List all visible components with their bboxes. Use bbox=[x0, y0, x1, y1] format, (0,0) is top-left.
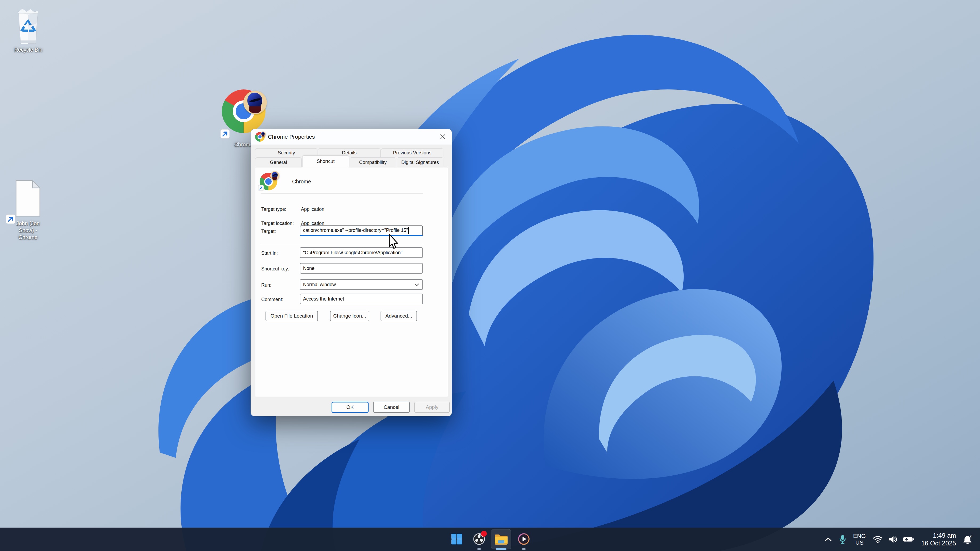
run-select-value: Normal window bbox=[303, 282, 336, 287]
hidden-icons-button[interactable] bbox=[824, 537, 832, 541]
run-label: Run: bbox=[261, 283, 271, 288]
tab-previous-versions[interactable]: Previous Versions bbox=[381, 148, 444, 157]
comment-label: Comment: bbox=[261, 297, 283, 302]
target-type-label: Target type: bbox=[261, 206, 286, 212]
notification-bell-dnd-icon: z z bbox=[963, 534, 973, 545]
taskbar: ENG US 1:49 am 16 Oct 2025 bbox=[0, 527, 980, 551]
separator bbox=[261, 244, 423, 245]
clock[interactable]: 1:49 am 16 Oct 2025 bbox=[921, 532, 956, 547]
volume-icon bbox=[888, 535, 898, 543]
shortcut-key-input[interactable] bbox=[300, 263, 423, 274]
tab-digital-signatures[interactable]: Digital Signatures bbox=[397, 157, 444, 167]
shortcut-arrow-icon bbox=[220, 129, 230, 139]
start-in-label: Start in: bbox=[261, 251, 278, 256]
target-location-label: Target location: bbox=[261, 221, 294, 226]
chrome-shortcut-label: Chrome bbox=[234, 141, 253, 148]
target-input-text: cation\chrome.exe" --profile-directory="… bbox=[303, 227, 408, 233]
windows-start-icon bbox=[450, 533, 463, 545]
desktop-wallpaper bbox=[0, 0, 980, 551]
dialog-title: Chrome Properties bbox=[268, 133, 315, 140]
comment-input[interactable] bbox=[300, 294, 423, 304]
text-caret bbox=[408, 227, 409, 234]
language-line2: US bbox=[853, 539, 866, 546]
target-type-value: Application bbox=[301, 206, 325, 212]
app-avatar-badge bbox=[270, 171, 279, 180]
close-icon bbox=[440, 134, 445, 140]
file-explorer-button[interactable] bbox=[491, 529, 511, 549]
clock-time: 1:49 am bbox=[921, 532, 956, 539]
desktop-icon-recycle-bin[interactable]: Recycle Bin bbox=[10, 8, 47, 53]
shortcut-tab-panel: Chrome Target type: Application Target l… bbox=[255, 167, 448, 397]
obs-running-indicator bbox=[477, 548, 481, 550]
mouse-cursor bbox=[387, 233, 398, 250]
language-line1: ENG bbox=[853, 533, 866, 539]
wifi-icon bbox=[873, 535, 883, 543]
recycle-bin-icon bbox=[14, 8, 42, 46]
file-explorer-active-indicator bbox=[496, 548, 506, 550]
recording-indicator-dot bbox=[481, 531, 487, 537]
notification-bell-button[interactable]: z z bbox=[963, 534, 973, 545]
svg-text:z: z bbox=[971, 534, 972, 537]
apply-button[interactable]: Apply bbox=[414, 402, 450, 413]
tab-general[interactable]: General bbox=[255, 157, 302, 167]
dialog-avatar-badge bbox=[261, 132, 266, 137]
target-input[interactable]: cation\chrome.exe" --profile-directory="… bbox=[300, 225, 423, 236]
target-label: Target: bbox=[261, 229, 276, 234]
helmet-avatar-icon bbox=[247, 93, 262, 108]
system-tray: ENG US 1:49 am 16 Oct 2025 bbox=[824, 527, 973, 551]
media-player-button[interactable] bbox=[518, 533, 530, 545]
app-name: Chrome bbox=[292, 179, 311, 185]
quick-settings-button[interactable] bbox=[873, 535, 914, 543]
media-player-running-indicator bbox=[522, 548, 526, 550]
shortcut-arrow-icon bbox=[6, 214, 16, 224]
profile-avatar-badge bbox=[243, 91, 267, 114]
advanced-button[interactable]: Advanced... bbox=[380, 311, 417, 321]
change-icon-button[interactable]: Change Icon... bbox=[330, 311, 369, 321]
separator bbox=[261, 193, 423, 194]
document-icon bbox=[13, 179, 43, 218]
tab-compatibility[interactable]: Compatibility bbox=[350, 157, 396, 167]
close-button[interactable] bbox=[437, 132, 449, 142]
microphone-icon bbox=[839, 534, 846, 545]
language-switcher[interactable]: ENG US bbox=[853, 533, 866, 546]
shortcut-arrow-icon bbox=[258, 185, 264, 191]
run-select[interactable]: Normal window bbox=[300, 279, 423, 290]
battery-charging-icon bbox=[903, 536, 914, 543]
shortcut-key-label: Shortcut key: bbox=[261, 266, 289, 272]
media-player-icon bbox=[518, 533, 530, 545]
tab-shortcut[interactable]: Shortcut bbox=[302, 156, 349, 167]
recycle-bin-label: Recycle Bin bbox=[14, 46, 42, 53]
cancel-button[interactable]: Cancel bbox=[373, 402, 410, 413]
chevron-up-icon bbox=[824, 537, 832, 541]
start-in-input[interactable] bbox=[300, 247, 423, 258]
microphone-in-use-button[interactable] bbox=[839, 534, 846, 545]
clock-date: 16 Oct 2025 bbox=[921, 539, 956, 547]
dialog-titlebar: Chrome Properties bbox=[251, 129, 452, 144]
open-file-location-button[interactable]: Open File Location bbox=[266, 311, 318, 321]
chevron-down-icon bbox=[414, 283, 419, 286]
file-explorer-icon bbox=[494, 534, 508, 545]
john-shortcut-label-line2: Chrome bbox=[8, 234, 48, 241]
desktop-icon-john-chrome[interactable]: John (Jon Snow) - Chrome bbox=[8, 179, 48, 241]
ok-button[interactable]: OK bbox=[332, 402, 369, 413]
dialog-chrome-icon bbox=[255, 132, 265, 141]
chrome-properties-dialog: Chrome Properties Security Details Previ… bbox=[251, 129, 452, 416]
app-chrome-icon bbox=[259, 173, 277, 190]
start-button[interactable] bbox=[450, 533, 463, 545]
